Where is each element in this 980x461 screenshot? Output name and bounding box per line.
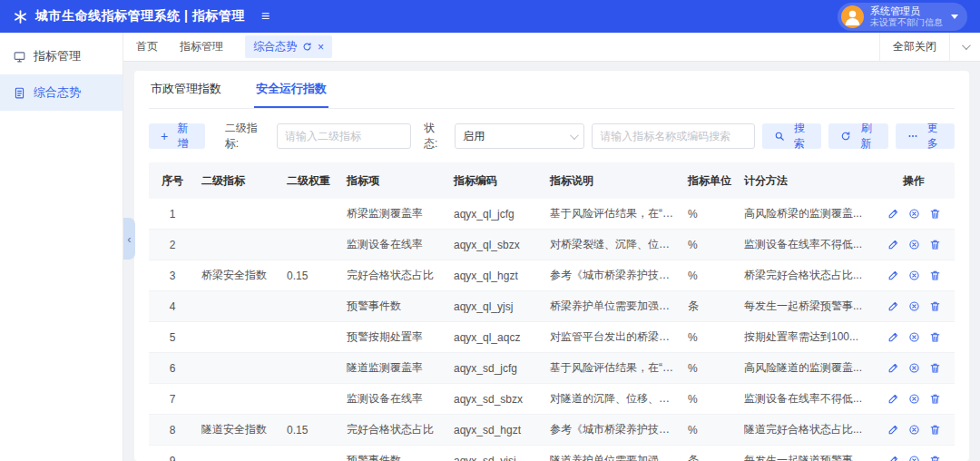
row-actions (873, 239, 955, 250)
tags-right-controls: 全部关闭 (879, 33, 980, 61)
user-department: 未设置不部门信息 (870, 17, 943, 28)
column-header: 指标编码 (448, 173, 544, 189)
topbar-left: 城市生命线指标管理系统 | 指标管理 ≡ (13, 8, 270, 25)
chevron-down-icon[interactable] (949, 33, 980, 61)
column-header: 二级指标 (196, 173, 281, 189)
delete-icon[interactable] (929, 455, 941, 461)
table-body: 1桥梁监测覆盖率aqyx_ql_jcfg基于风险评估结果，在“三高”桥...%高… (149, 199, 955, 461)
refresh-button[interactable]: 刷新 (828, 123, 887, 149)
add-button[interactable]: + 新增 (149, 123, 205, 149)
delete-icon[interactable] (929, 300, 941, 312)
status-filter-label: 状态: (424, 121, 447, 152)
more-button[interactable]: 更多 (896, 123, 955, 149)
more-button-label: 更多 (923, 121, 943, 152)
app-window: 城市生命线指标管理系统 | 指标管理 ≡ 系统管理员 未设置不部门信息 (0, 0, 980, 461)
refresh-icon[interactable] (302, 42, 312, 52)
table-row: 2监测设备在线率aqyx_ql_sbzx对桥梁裂缝、沉降、位移、挠...%监测设… (149, 230, 955, 260)
chevron-down-icon (570, 131, 579, 140)
delete-icon[interactable] (929, 362, 941, 374)
sidebar-item-indicator-management[interactable]: 指标管理 (0, 38, 122, 74)
edit-icon[interactable] (887, 208, 899, 220)
cell-unit: 条 (682, 299, 739, 314)
tab-municipal-index[interactable]: 市政管理指数 (149, 71, 223, 108)
disable-icon[interactable] (908, 208, 920, 220)
cell-method: 每发生一起桥梁预警事... (739, 299, 873, 314)
search-button-label: 搜索 (789, 121, 809, 152)
disable-icon[interactable] (908, 270, 920, 281)
cell-method: 按期处置率需达到100... (739, 329, 873, 345)
search-input[interactable] (592, 123, 754, 149)
cell-desc: 隧道养护单位需要加强日常巡... (544, 453, 682, 461)
indicators-table: 序号二级指标二级权重指标项指标编码指标说明指标单位计分方法操作 1桥梁监测覆盖率… (149, 162, 955, 461)
sidebar-collapse-handle[interactable]: ‹ (123, 218, 135, 260)
cell-group: 隧道安全指数 (196, 422, 281, 437)
level-filter-input[interactable] (277, 123, 411, 149)
hamburger-menu-icon[interactable]: ≡ (261, 8, 270, 25)
search-button[interactable]: 搜索 (762, 123, 821, 149)
cell-item: 监测设备在线率 (341, 391, 448, 407)
main-area: 指标管理 综合态势 首页 指标管理 综合态势 (0, 33, 980, 461)
cell-item: 桥梁监测覆盖率 (341, 206, 448, 221)
cell-method: 高风险隧道的监测覆盖... (739, 360, 873, 376)
cell-group: 桥梁安全指数 (196, 268, 281, 283)
cell-code: aqyx_sd_yjsj (448, 455, 544, 461)
edit-icon[interactable] (887, 424, 899, 436)
close-icon[interactable]: × (318, 42, 324, 53)
row-actions (873, 362, 955, 374)
cell-no: 2 (149, 239, 196, 251)
column-header: 序号 (149, 173, 196, 189)
disable-icon[interactable] (908, 424, 920, 436)
edit-icon[interactable] (887, 300, 899, 312)
disable-icon[interactable] (908, 331, 920, 343)
edit-icon[interactable] (887, 270, 899, 281)
edit-icon[interactable] (887, 393, 899, 405)
disable-icon[interactable] (908, 362, 920, 374)
tab-comprehensive-situation[interactable]: 综合态势 × (245, 35, 332, 58)
delete-icon[interactable] (929, 239, 941, 250)
tab-indicator-management[interactable]: 指标管理 (180, 39, 223, 54)
status-select[interactable]: 启用 (455, 123, 584, 149)
cell-item: 完好合格状态占比 (341, 268, 448, 283)
tab-safety-operation-index[interactable]: 安全运行指数 (254, 71, 328, 108)
edit-icon[interactable] (887, 455, 899, 461)
edit-icon[interactable] (887, 331, 899, 343)
delete-icon[interactable] (929, 393, 941, 405)
user-menu[interactable]: 系统管理员 未设置不部门信息 (838, 3, 967, 31)
plus-icon: + (161, 130, 168, 142)
column-header: 指标单位 (682, 173, 739, 189)
cell-no: 5 (149, 331, 196, 344)
app-title: 城市生命线指标管理系统 | 指标管理 (35, 8, 245, 25)
sidebar-item-comprehensive-situation[interactable]: 综合态势 (0, 74, 122, 111)
tab-home[interactable]: 首页 (136, 39, 158, 54)
disable-icon[interactable] (908, 239, 920, 250)
panel-tabs: 市政管理指数 安全运行指数 (149, 71, 955, 109)
disable-icon[interactable] (908, 300, 920, 312)
cell-item: 预警事件数 (341, 299, 448, 314)
disable-icon[interactable] (908, 455, 920, 461)
disable-icon[interactable] (908, 393, 920, 405)
cell-method: 监测设备在线率不得低... (739, 391, 873, 407)
delete-icon[interactable] (929, 270, 941, 281)
user-avatar-icon (841, 5, 864, 28)
cell-no: 9 (149, 455, 196, 461)
delete-icon[interactable] (929, 208, 941, 220)
table-row: 9预警事件数aqyx_sd_yjsj隧道养护单位需要加强日常巡...条每发生一起… (149, 446, 955, 461)
sidebar-item-label: 指标管理 (34, 48, 81, 64)
cell-method: 桥梁完好合格状态占比... (739, 268, 873, 283)
delete-icon[interactable] (929, 331, 941, 343)
cell-no: 3 (149, 270, 196, 282)
edit-icon[interactable] (887, 362, 899, 374)
table-row: 4预警事件数aqyx_ql_yjsj桥梁养护单位需要加强日常巡...条每发生一起… (149, 291, 955, 322)
cell-desc: 基于风险评估结果，在“三高”隧... (544, 360, 682, 376)
refresh-button-label: 刷新 (856, 121, 876, 152)
column-header: 计分方法 (739, 173, 873, 189)
search-icon (774, 131, 785, 142)
delete-icon[interactable] (929, 424, 941, 436)
edit-icon[interactable] (887, 239, 899, 250)
level-filter-label: 二级指标: (225, 121, 270, 152)
close-all-button[interactable]: 全部关闭 (879, 33, 949, 61)
cell-code: aqyx_ql_sbzx (448, 239, 544, 251)
row-actions (873, 455, 955, 461)
column-header: 指标说明 (544, 173, 682, 189)
row-actions (873, 424, 955, 436)
